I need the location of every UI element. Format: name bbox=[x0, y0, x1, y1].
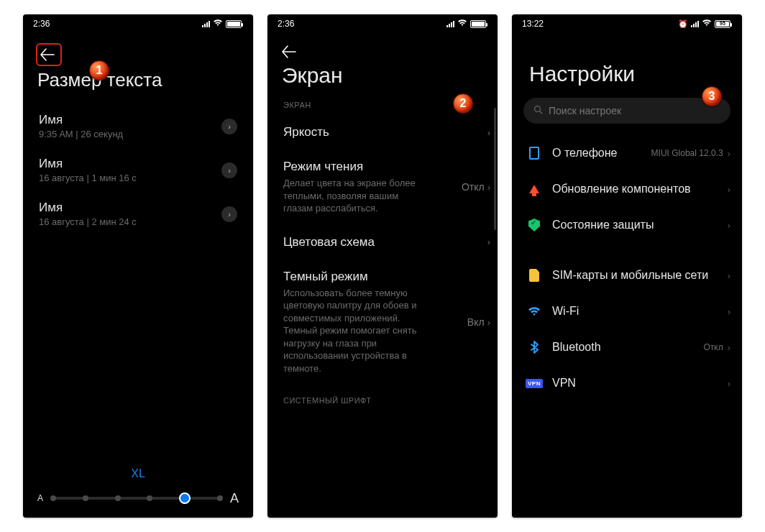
row-label: Wi-Fi bbox=[552, 304, 713, 318]
row-label: VPN bbox=[552, 376, 718, 390]
item-subtitle: 16 августа | 1 мин 16 с bbox=[39, 173, 137, 183]
phone-icon bbox=[526, 145, 542, 161]
security-status-row[interactable]: Состояние защиты › bbox=[523, 207, 733, 243]
row-label: О телефоне bbox=[552, 146, 641, 160]
row-value: Вкл bbox=[467, 316, 485, 328]
row-description: Использовать более темную цветовую палит… bbox=[283, 287, 427, 375]
nav-bar bbox=[23, 33, 253, 69]
row-title: Режим чтения bbox=[283, 160, 454, 174]
vpn-row[interactable]: VPN VPN › bbox=[523, 365, 733, 401]
dark-mode-row[interactable]: Темный режим Использовать более темную ц… bbox=[283, 260, 490, 385]
status-bar: 2:36 bbox=[23, 14, 253, 33]
row-label: SIM-карты и мобильные сети bbox=[552, 268, 718, 283]
slider-stop[interactable] bbox=[115, 495, 121, 501]
reading-mode-row[interactable]: Режим чтения Делает цвета на экране боле… bbox=[283, 150, 490, 225]
bluetooth-icon bbox=[526, 339, 542, 355]
slider-stop[interactable] bbox=[50, 495, 56, 501]
status-indicators bbox=[446, 19, 486, 29]
list-item[interactable]: Имя 16 августа | 1 мин 16 с › bbox=[33, 148, 243, 192]
wifi-settings-icon bbox=[526, 303, 542, 319]
text-size-control: XL A A bbox=[23, 467, 253, 506]
item-subtitle: 9:35 AM | 26 секунд bbox=[39, 129, 123, 139]
wifi-row[interactable]: Wi-Fi › bbox=[523, 293, 733, 329]
chevron-right-icon: › bbox=[487, 182, 490, 193]
nav-bar bbox=[267, 33, 498, 63]
status-time: 2:36 bbox=[33, 19, 50, 29]
slider-stop[interactable] bbox=[83, 495, 88, 501]
row-label: Обновление компонентов bbox=[552, 182, 718, 196]
item-name: Имя bbox=[39, 113, 123, 127]
item-name: Имя bbox=[39, 157, 137, 171]
row-value: Откл bbox=[703, 342, 723, 352]
step-badge-2: 2 bbox=[453, 93, 473, 114]
slider-stop-active[interactable] bbox=[179, 492, 191, 504]
chevron-right-icon: › bbox=[728, 378, 730, 389]
slider-track[interactable] bbox=[50, 490, 223, 506]
section-caption: СИСТЕМНЫЙ ШРИФТ bbox=[283, 385, 490, 405]
big-a-icon: A bbox=[230, 491, 239, 506]
sim-cards-row[interactable]: SIM-карты и мобильные сети › bbox=[523, 257, 733, 293]
status-bar: 13:22 ⏰ 95 bbox=[512, 14, 742, 33]
status-indicators: ⏰ 95 bbox=[678, 19, 730, 29]
svg-line-1 bbox=[540, 111, 542, 114]
scrollbar[interactable] bbox=[494, 108, 496, 230]
brightness-row[interactable]: Яркость › bbox=[283, 115, 490, 150]
divider bbox=[523, 243, 733, 257]
small-a-icon: A bbox=[37, 493, 43, 503]
back-button[interactable] bbox=[39, 46, 56, 63]
slider-stop[interactable] bbox=[147, 495, 152, 501]
slider-stop[interactable] bbox=[217, 495, 223, 501]
phone-screen-text-size: 2:36 1 Размер текста Имя 9:35 AM | 26 се… bbox=[23, 14, 253, 518]
phone-screen-display: 2:36 Экран 2 ЭКРАН Яркость › Режим чтени… bbox=[267, 14, 498, 518]
row-title: Яркость bbox=[283, 125, 480, 139]
chevron-right-icon: › bbox=[728, 270, 730, 281]
chevron-right-icon: › bbox=[728, 220, 730, 231]
chevron-right-icon: › bbox=[487, 127, 490, 138]
battery-percent: 95 bbox=[720, 21, 725, 26]
step-badge-1: 1 bbox=[89, 60, 109, 81]
chevron-right-icon: › bbox=[487, 317, 490, 328]
phone-screen-settings: 13:22 ⏰ 95 Настройки 3 Поиск настроек О … bbox=[512, 14, 742, 518]
chevron-right-icon: › bbox=[728, 306, 730, 317]
row-description: Делает цвета на экране более теплыми, по… bbox=[283, 177, 427, 215]
row-value: Откл bbox=[462, 181, 485, 193]
list-item[interactable]: Имя 9:35 AM | 26 секунд › bbox=[33, 104, 243, 148]
about-phone-row[interactable]: О телефоне MIUI Global 12.0.3› bbox=[523, 135, 733, 171]
status-bar: 2:36 bbox=[267, 14, 498, 33]
chevron-right-icon: › bbox=[221, 206, 237, 222]
row-title: Цветовая схема bbox=[283, 235, 480, 249]
step-badge-3: 3 bbox=[702, 86, 722, 106]
row-label: Bluetooth bbox=[552, 340, 693, 354]
row-title: Темный режим bbox=[283, 270, 460, 284]
display-settings-list: Яркость › Режим чтения Делает цвета на э… bbox=[267, 115, 498, 518]
alarm-icon: ⏰ bbox=[678, 19, 688, 29]
battery-icon bbox=[470, 20, 486, 28]
back-button[interactable] bbox=[280, 43, 298, 60]
wifi-icon bbox=[702, 19, 712, 29]
search-icon bbox=[533, 105, 543, 116]
settings-list: О телефоне MIUI Global 12.0.3› Обновлени… bbox=[512, 135, 742, 401]
battery-icon bbox=[226, 20, 242, 28]
sample-text-list: Имя 9:35 AM | 26 секунд › Имя 16 августа… bbox=[23, 104, 253, 236]
status-indicators bbox=[202, 19, 242, 29]
list-item[interactable]: Имя 16 августа | 2 мин 24 с › bbox=[33, 192, 243, 236]
size-label: XL bbox=[37, 467, 239, 480]
chevron-right-icon: › bbox=[728, 184, 730, 195]
item-subtitle: 16 августа | 2 мин 24 с bbox=[39, 216, 137, 227]
page-title: Размер текста bbox=[23, 69, 253, 104]
color-scheme-row[interactable]: Цветовая схема › bbox=[283, 225, 490, 260]
size-slider[interactable]: A A bbox=[37, 490, 239, 506]
bluetooth-row[interactable]: Bluetooth Откл› bbox=[523, 329, 733, 365]
row-label: Состояние защиты bbox=[552, 218, 718, 232]
chevron-right-icon: › bbox=[728, 148, 730, 159]
signal-icon bbox=[691, 20, 699, 27]
wifi-icon bbox=[213, 19, 223, 29]
row-value: MIUI Global 12.0.3 bbox=[651, 148, 723, 158]
search-input[interactable]: Поиск настроек bbox=[523, 98, 730, 124]
status-time: 13:22 bbox=[522, 19, 544, 29]
search-placeholder: Поиск настроек bbox=[549, 105, 621, 116]
signal-icon bbox=[202, 20, 210, 27]
system-apps-updater-row[interactable]: Обновление компонентов › bbox=[523, 171, 733, 207]
item-name: Имя bbox=[39, 201, 137, 215]
update-icon bbox=[526, 181, 542, 197]
